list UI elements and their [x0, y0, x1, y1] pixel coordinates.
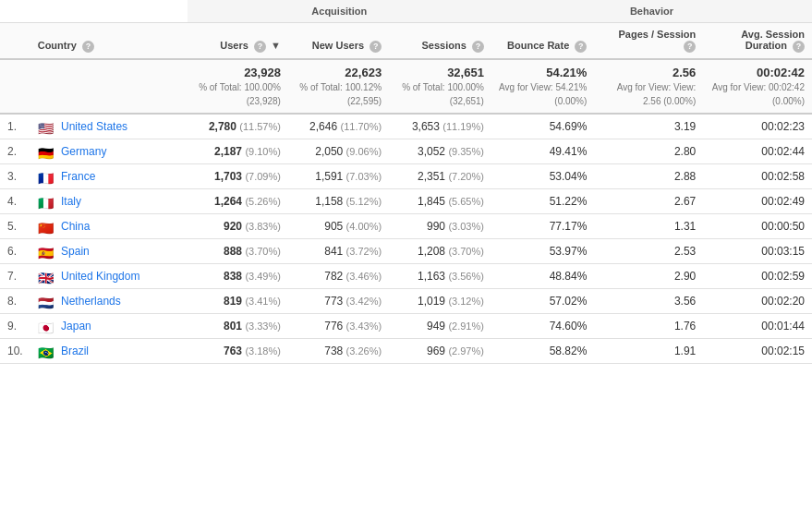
country-link[interactable]: China: [61, 220, 90, 233]
rank-cell: 7.: [0, 263, 30, 288]
pages-session-cell: 3.19: [594, 114, 703, 139]
country-link[interactable]: Italy: [61, 195, 81, 208]
sessions-cell: 1,019 (3.12%): [389, 288, 491, 313]
avg-session-header[interactable]: Avg. Session Duration ?: [703, 23, 812, 59]
avg-session-cell: 00:02:23: [703, 114, 812, 139]
country-flag: 🇨🇳: [38, 222, 53, 232]
country-link[interactable]: Japan: [61, 320, 91, 333]
country-link[interactable]: France: [61, 170, 95, 183]
bounce-rate-cell: 74.60%: [491, 313, 594, 338]
bounce-rate-cell: 54.69%: [491, 114, 594, 139]
table-row: 5. 🇨🇳 China 920 (3.83%) 905 (4.00%) 990 …: [0, 213, 812, 238]
table-row: 3. 🇫🇷 France 1,703 (7.09%) 1,591 (7.03%)…: [0, 163, 812, 188]
country-help-icon[interactable]: ?: [82, 41, 94, 53]
sessions-cell: 3,052 (9.35%): [389, 139, 491, 163]
country-link[interactable]: Brazil: [61, 345, 89, 357]
avg-session-cell: 00:02:15: [703, 338, 812, 363]
bounce-rate-cell: 48.84%: [491, 263, 594, 288]
sessions-cell: 1,845 (5.65%): [389, 188, 491, 213]
new-users-cell: 782 (3.46%): [288, 263, 389, 288]
total-bounce-rate: 54.21% Avg for View: 54.21% (0.00%): [491, 59, 594, 114]
table-row: 8. 🇳🇱 Netherlands 819 (3.41%) 773 (3.42%…: [0, 288, 812, 313]
avg-session-cell: 00:00:50: [703, 213, 812, 238]
new-users-cell: 2,646 (11.70%): [288, 114, 389, 139]
country-link[interactable]: United States: [61, 120, 127, 133]
pages-session-cell: 2.90: [594, 263, 703, 288]
table-row: 6. 🇪🇸 Spain 888 (3.70%) 841 (3.72%) 1,20…: [0, 238, 812, 263]
pages-session-cell: 2.80: [594, 139, 703, 163]
country-header: Country ?: [30, 23, 188, 59]
table-row: 7. 🇬🇧 United Kingdom 838 (3.49%) 782 (3.…: [0, 263, 812, 288]
new-users-header[interactable]: New Users ?: [288, 23, 389, 59]
total-sessions: 32,651 % of Total: 100.00% (32,651): [389, 59, 491, 114]
country-flag: 🇬🇧: [38, 272, 53, 282]
users-header[interactable]: Users ? ▼: [188, 23, 288, 59]
pages-session-header[interactable]: Pages / Session ?: [594, 23, 703, 59]
sessions-cell: 990 (3.03%): [389, 213, 491, 238]
new-users-cell: 776 (3.43%): [288, 313, 389, 338]
rank-cell: 10.: [0, 338, 30, 363]
acquisition-group-header: Acquisition: [188, 0, 491, 23]
pages-session-cell: 1.31: [594, 213, 703, 238]
bounce-rate-cell: 58.82%: [491, 338, 594, 363]
rank-cell: 1.: [0, 114, 30, 139]
new-users-cell: 1,158 (5.12%): [288, 188, 389, 213]
country-flag: 🇧🇷: [38, 346, 53, 357]
pages-session-cell: 1.76: [594, 313, 703, 338]
rank-cell: 4.: [0, 188, 30, 213]
country-cell: 🇳🇱 Netherlands: [30, 288, 188, 313]
bounce-rate-cell: 53.04%: [491, 163, 594, 188]
rank-cell: 9.: [0, 313, 30, 338]
country-cell: 🇩🇪 Germany: [30, 139, 188, 163]
users-help-icon[interactable]: ?: [254, 41, 266, 53]
country-link[interactable]: United Kingdom: [61, 270, 139, 283]
users-cell: 888 (3.70%): [188, 238, 288, 263]
sessions-cell: 2,351 (7.20%): [389, 163, 491, 188]
users-cell: 920 (3.83%): [188, 213, 288, 238]
table-row: 2. 🇩🇪 Germany 2,187 (9.10%) 2,050 (9.06%…: [0, 139, 812, 163]
table-row: 10. 🇧🇷 Brazil 763 (3.18%) 738 (3.26%) 96…: [0, 338, 812, 363]
rank-header: [0, 23, 30, 59]
new-users-cell: 841 (3.72%): [288, 238, 389, 263]
behavior-group-header: Behavior: [491, 0, 812, 23]
new-users-cell: 738 (3.26%): [288, 338, 389, 363]
pages-session-help-icon[interactable]: ?: [684, 41, 696, 53]
users-cell: 1,264 (5.26%): [188, 188, 288, 213]
analytics-table: Acquisition Behavior Country ? Users ? ▼…: [0, 0, 812, 364]
users-cell: 2,187 (9.10%): [188, 139, 288, 163]
country-flag: 🇮🇹: [38, 197, 53, 207]
avg-session-cell: 00:01:44: [703, 313, 812, 338]
pages-session-cell: 2.53: [594, 238, 703, 263]
new-users-help-icon[interactable]: ?: [370, 41, 382, 53]
totals-row: 23,928 % of Total: 100.00% (23,928) 22,6…: [0, 59, 812, 114]
bounce-rate-header[interactable]: Bounce Rate ?: [491, 23, 594, 59]
avg-session-help-icon[interactable]: ?: [793, 41, 805, 53]
new-users-cell: 2,050 (9.06%): [288, 139, 389, 163]
sessions-cell: 1,208 (3.70%): [389, 238, 491, 263]
country-cell: 🇮🇹 Italy: [30, 188, 188, 213]
total-pages-session: 2.56 Avg for View: View: 2.56 (0.00%): [594, 59, 703, 114]
country-cell: 🇫🇷 France: [30, 163, 188, 188]
country-link[interactable]: Spain: [61, 245, 90, 258]
country-flag: 🇪🇸: [38, 247, 53, 257]
sessions-cell: 1,163 (3.56%): [389, 263, 491, 288]
sessions-help-icon[interactable]: ?: [472, 41, 484, 53]
country-cell: 🇯🇵 Japan: [30, 313, 188, 338]
new-users-cell: 773 (3.42%): [288, 288, 389, 313]
sort-icon[interactable]: ▼: [271, 40, 281, 51]
country-flag: 🇳🇱: [38, 296, 53, 307]
country-cell: 🇪🇸 Spain: [30, 238, 188, 263]
rank-cell: 3.: [0, 163, 30, 188]
bounce-rate-cell: 57.02%: [491, 288, 594, 313]
total-avg-session: 00:02:42 Avg for View: 00:02:42 (0.00%): [703, 59, 812, 114]
bounce-rate-help-icon[interactable]: ?: [575, 41, 587, 53]
sessions-cell: 3,653 (11.19%): [389, 114, 491, 139]
total-users: 23,928 % of Total: 100.00% (23,928): [188, 59, 288, 114]
country-link[interactable]: Netherlands: [61, 295, 121, 308]
sessions-header[interactable]: Sessions ?: [389, 23, 491, 59]
bounce-rate-cell: 53.97%: [491, 238, 594, 263]
pages-session-cell: 2.88: [594, 163, 703, 188]
users-cell: 763 (3.18%): [188, 338, 288, 363]
country-link[interactable]: Germany: [61, 145, 106, 158]
sessions-cell: 969 (2.97%): [389, 338, 491, 363]
